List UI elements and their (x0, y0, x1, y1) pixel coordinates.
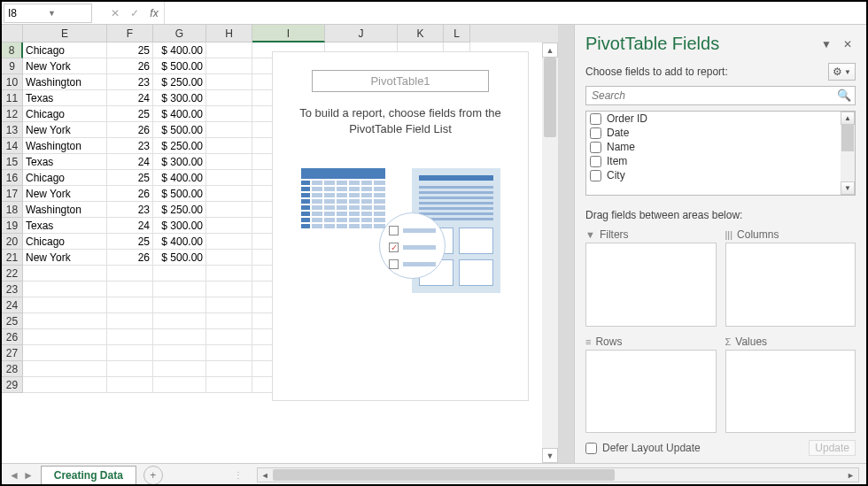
cell[interactable] (206, 282, 252, 297)
cell[interactable] (206, 170, 252, 186)
row-header[interactable]: 13 (2, 122, 23, 138)
cell[interactable] (153, 361, 206, 377)
cell[interactable]: Washington (23, 74, 107, 90)
cell[interactable] (206, 218, 252, 234)
cell[interactable]: Washington (23, 138, 107, 154)
column-header[interactable]: G (153, 25, 206, 42)
field-scroll-down-icon[interactable]: ▼ (841, 181, 855, 195)
cell[interactable] (206, 106, 252, 122)
cell[interactable] (23, 282, 107, 297)
row-header[interactable]: 26 (2, 329, 23, 345)
select-all-corner[interactable] (2, 25, 23, 42)
rows-drop-zone[interactable]: ≡Rows (585, 336, 717, 434)
field-list[interactable]: Order IDDateNameItemCity ▲ ▼ (585, 111, 856, 196)
cell[interactable]: 25 (107, 106, 153, 122)
cell[interactable] (206, 202, 252, 218)
cell[interactable] (206, 329, 252, 345)
cell[interactable]: $ 400.00 (153, 106, 206, 122)
cell[interactable]: 26 (107, 186, 153, 202)
cell[interactable]: 23 (107, 202, 153, 218)
formula-input[interactable] (164, 2, 866, 24)
row-header[interactable]: 29 (2, 377, 23, 393)
field-search-input[interactable] (585, 86, 856, 105)
cell[interactable] (107, 361, 153, 377)
cell[interactable] (23, 266, 107, 282)
layout-options-button[interactable]: ⚙ ▼ (828, 63, 856, 81)
field-item[interactable]: Order ID (586, 112, 855, 126)
cell[interactable] (153, 297, 206, 313)
tab-nav-next-icon[interactable]: ► (23, 469, 34, 482)
row-header[interactable]: 21 (2, 250, 23, 266)
cell[interactable] (206, 138, 252, 154)
cell[interactable]: $ 500.00 (153, 250, 206, 266)
cell[interactable]: New York (23, 58, 107, 74)
fx-icon[interactable]: fx (144, 7, 164, 19)
cell[interactable]: $ 300.00 (153, 90, 206, 106)
row-header[interactable]: 14 (2, 138, 23, 154)
cell[interactable] (153, 377, 206, 393)
column-header[interactable]: E (23, 25, 107, 42)
cell[interactable] (206, 58, 252, 74)
sheet-tab-active[interactable]: Creating Data (41, 466, 136, 484)
panel-close-icon[interactable]: ✕ (840, 38, 856, 50)
cell[interactable] (23, 313, 107, 329)
field-checkbox[interactable] (590, 142, 601, 153)
cell[interactable] (206, 234, 252, 250)
values-drop-zone[interactable]: ΣValues (725, 336, 856, 434)
cell[interactable]: 26 (107, 250, 153, 266)
cell[interactable] (206, 313, 252, 329)
row-header[interactable]: 16 (2, 170, 23, 186)
cell[interactable] (107, 266, 153, 282)
row-header[interactable]: 8 (2, 42, 23, 58)
cell[interactable] (107, 282, 153, 297)
cell[interactable] (153, 282, 206, 297)
column-header[interactable]: I (252, 25, 325, 42)
cell[interactable]: 25 (107, 234, 153, 250)
cell[interactable]: Texas (23, 154, 107, 170)
field-checkbox[interactable] (590, 113, 601, 125)
columns-drop-zone[interactable]: |||Columns (725, 228, 856, 327)
cell[interactable]: 24 (107, 154, 153, 170)
hscroll-thumb[interactable] (273, 469, 616, 481)
cell[interactable] (206, 42, 252, 58)
row-header[interactable]: 10 (2, 74, 23, 90)
cell[interactable]: New York (23, 186, 107, 202)
cell[interactable]: Texas (23, 90, 107, 106)
row-header[interactable]: 9 (2, 58, 23, 74)
cell[interactable] (206, 250, 252, 266)
cell[interactable]: Chicago (23, 170, 107, 186)
cell[interactable]: 24 (107, 90, 153, 106)
cell[interactable]: Washington (23, 202, 107, 218)
row-header[interactable]: 18 (2, 202, 23, 218)
cell[interactable]: $ 500.00 (153, 122, 206, 138)
cell[interactable] (107, 329, 153, 345)
field-item[interactable]: Name (586, 140, 855, 154)
column-header[interactable]: H (206, 25, 252, 42)
panel-splitter[interactable] (558, 25, 574, 463)
cell[interactable]: $ 400.00 (153, 170, 206, 186)
field-list-scrollbar[interactable]: ▲ ▼ (841, 112, 855, 195)
cell[interactable] (206, 377, 252, 393)
vertical-scrollbar[interactable]: ▲ ▼ (542, 42, 558, 463)
row-header[interactable]: 23 (2, 282, 23, 297)
column-header[interactable]: F (107, 25, 153, 42)
cell[interactable]: 26 (107, 122, 153, 138)
cell[interactable]: Chicago (23, 106, 107, 122)
tab-nav-prev-icon[interactable]: ◄ (9, 469, 19, 482)
row-header[interactable]: 27 (2, 345, 23, 361)
panel-options-icon[interactable]: ▼ (818, 38, 834, 50)
cell[interactable]: 23 (107, 138, 153, 154)
pivottable-placeholder[interactable]: PivotTable1 To build a report, choose fi… (272, 51, 529, 401)
cell[interactable]: $ 250.00 (153, 202, 206, 218)
add-sheet-button[interactable]: + (143, 466, 163, 485)
row-header[interactable]: 22 (2, 266, 23, 282)
cell[interactable] (206, 345, 252, 361)
field-scroll-up-icon[interactable]: ▲ (841, 112, 855, 125)
cell[interactable] (23, 345, 107, 361)
tab-split-handle[interactable]: ⋮ (234, 470, 243, 480)
cell[interactable]: 24 (107, 218, 153, 234)
name-box-dropdown-icon[interactable]: ▼ (48, 9, 88, 18)
row-header[interactable]: 15 (2, 154, 23, 170)
cell[interactable] (206, 90, 252, 106)
cell[interactable]: 25 (107, 42, 153, 58)
